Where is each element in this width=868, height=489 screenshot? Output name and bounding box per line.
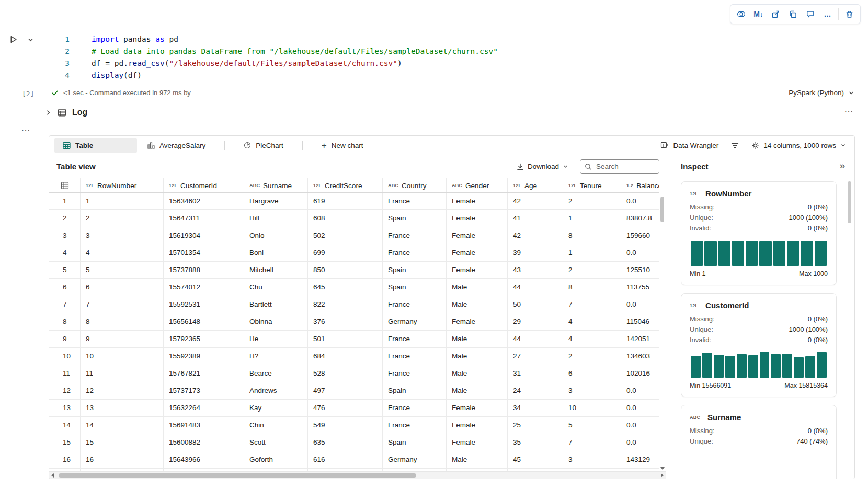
download-button[interactable]: Download (517, 162, 568, 170)
table-row[interactable]: 15 15 15600882 Scott 635 Spain Female 35… (49, 434, 659, 451)
code-editor[interactable]: 1 import pandas as pd 2 # Load data into… (49, 33, 805, 82)
inspect-scrollbar-thumb[interactable] (848, 181, 851, 223)
cell-gender: Male (447, 296, 508, 313)
search-icon (585, 163, 592, 170)
table-row[interactable]: 9 9 15792365 He 501 France Male 44 4 142… (49, 331, 659, 348)
cell-options-ellipsis[interactable]: … (21, 122, 31, 133)
success-check-icon (51, 89, 59, 97)
code-line[interactable]: 4 display(df) (49, 69, 805, 82)
table-row[interactable]: 6 6 15574012 Chu 645 Spain Male 44 8 113… (49, 279, 659, 296)
vertical-scrollbar-thumb[interactable] (660, 197, 664, 222)
filter-button[interactable] (731, 142, 739, 149)
table-row[interactable]: 16 16 15643966 Goforth 616 Germany Male … (49, 451, 659, 469)
tab-table[interactable]: Table (54, 138, 137, 153)
table-corner-cell[interactable] (49, 178, 81, 193)
code-token: pd (110, 59, 123, 67)
tab-label: Table (75, 142, 93, 149)
column-header[interactable]: 1.2 Balance (621, 178, 659, 193)
table-row[interactable]: 2 2 15647311 Hill 608 Spain Female 41 1 … (49, 210, 659, 227)
column-header[interactable]: 12L Tenure (563, 178, 621, 193)
cell-surname: Onio (244, 227, 308, 244)
cell-surname: Bearce (244, 365, 308, 382)
table-row[interactable]: 5 5 15737888 Mitchell 850 Spain Female 4… (49, 262, 659, 279)
table-row[interactable]: 7 7 15592531 Bartlett 822 France Male 50… (49, 296, 659, 313)
table-row[interactable]: 11 11 15767821 Bearce 528 France Male 31… (49, 365, 659, 382)
move-cell-icon[interactable] (768, 6, 784, 22)
table-row[interactable]: 1 1 15634602 Hargrave 619 France Female … (49, 193, 659, 210)
scroll-left-arrow[interactable] (51, 473, 54, 478)
tab-average-salary[interactable]: AverageSalary (139, 138, 214, 153)
data-wrangler-icon (660, 141, 669, 149)
scroll-right-arrow[interactable] (661, 473, 664, 478)
row-index: 7 (49, 296, 81, 313)
cell-country: Spain (383, 210, 447, 227)
code-line[interactable]: 1 import pandas as pd (49, 33, 805, 45)
column-header[interactable]: 12L RowNumber (81, 178, 164, 193)
tab-pie-chart[interactable]: PieChart (235, 138, 292, 153)
code-line[interactable]: 3 df = pd.read_csv("/lakehouse/default/F… (49, 57, 805, 69)
scroll-down-arrow[interactable] (660, 467, 665, 470)
cell-gender: Male (447, 331, 508, 347)
card-stats: Missing: 0 (0%) Unique: 1000 (100%) Inva… (690, 202, 828, 234)
column-header[interactable]: ABC Surname (244, 178, 308, 193)
cell-rownumber: 8 (81, 313, 164, 330)
column-type-icon: 12L (513, 183, 521, 188)
cell-tenure: 6 (563, 365, 621, 382)
horizontal-scrollbar-thumb[interactable] (59, 473, 416, 478)
column-header[interactable]: 12L CustomerId (164, 178, 244, 193)
code-line[interactable]: 2 # Load data into pandas DataFrame from… (49, 45, 805, 57)
table-row[interactable]: 14 14 15691483 Chin 549 France Female 25… (49, 417, 659, 434)
cell-customerid: 15656148 (164, 313, 244, 330)
histogram (691, 453, 827, 479)
card-footer: Min 15566091 Max 15815364 (690, 382, 828, 389)
stat-row: Missing: 0 (0%) (690, 202, 828, 213)
inspect-title: Inspect (681, 162, 709, 171)
cell-country: France (383, 348, 447, 365)
stat-row: Unique: 1000 (100%) (690, 324, 828, 335)
tab-label: PieChart (256, 142, 283, 149)
column-label: Surname (263, 182, 292, 190)
table-view-title: Table view (56, 162, 96, 171)
more-options-icon[interactable]: … (819, 6, 836, 22)
comment-icon[interactable] (802, 6, 818, 22)
cell-tenure: 1 (563, 245, 621, 261)
table-row[interactable]: 10 10 15592389 H? 684 France Male 27 2 1… (49, 348, 659, 365)
code-token: "/lakehouse/default/Files/sampleDataset/… (169, 59, 397, 67)
column-header[interactable]: ABC Gender (447, 178, 508, 193)
stat-label: Invalid: (690, 223, 711, 234)
code-token: read_csv (128, 59, 165, 67)
cell-rownumber: 9 (81, 331, 164, 347)
table-row[interactable]: 4 4 15701354 Boni 699 France Female 39 1… (49, 245, 659, 262)
table-row[interactable]: 13 13 15632264 Kay 476 France Female 34 … (49, 400, 659, 417)
tab-new-chart[interactable]: + New chart (313, 138, 372, 153)
code-token: df (92, 59, 105, 67)
column-header[interactable]: 12L Age (508, 178, 563, 193)
collapse-panel-icon[interactable]: » (839, 160, 845, 171)
row-index: 1 (49, 193, 81, 209)
collapse-cell-chevron[interactable] (25, 34, 36, 45)
card-title: ABC Surname (690, 413, 828, 422)
log-more-options[interactable]: … (844, 103, 854, 114)
cell-creditscore: 635 (308, 434, 383, 451)
run-cell-button[interactable] (6, 32, 20, 46)
copilot-icon[interactable] (733, 6, 749, 22)
log-section-header[interactable]: Log (45, 108, 87, 117)
column-header[interactable]: 12L CreditScore (308, 178, 383, 193)
cell-tenure: 3 (563, 451, 621, 468)
markdown-icon[interactable]: M↓ (750, 6, 767, 22)
data-wrangler-button[interactable]: Data Wrangler (660, 141, 718, 149)
cell-age: 25 (508, 417, 563, 434)
column-header[interactable]: ABC Country (383, 178, 447, 193)
table-row[interactable]: 8 8 15656148 Obinna 376 Germany Female 2… (49, 313, 659, 331)
cell-gender: Female (447, 434, 508, 451)
table-row[interactable]: 3 3 15619304 Onio 502 France Female 42 8… (49, 227, 659, 245)
cell-balance: 0.0 (621, 417, 659, 434)
delete-cell-icon[interactable] (841, 6, 858, 22)
copy-cell-icon[interactable] (785, 6, 801, 22)
min-value: Min 1 (690, 270, 706, 277)
table-row[interactable]: 12 12 15737173 Andrews 497 Spain Male 24… (49, 382, 659, 400)
columns-rows-summary[interactable]: 14 columns, 1000 rows (751, 142, 846, 149)
histogram-bar (782, 354, 792, 378)
kernel-selector[interactable]: PySpark (Python) (789, 89, 854, 97)
stat-value: 0 (0%) (808, 223, 828, 234)
